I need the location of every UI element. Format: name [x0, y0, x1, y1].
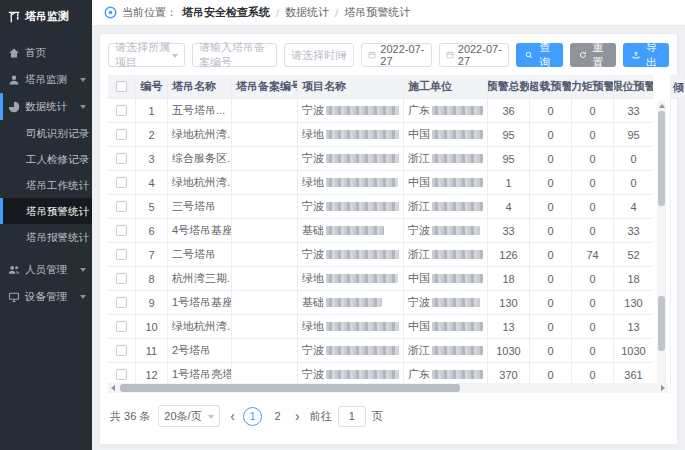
cell-num: 9	[136, 291, 168, 314]
scroll-up-icon[interactable]	[659, 104, 665, 108]
chevron-down-icon	[80, 268, 86, 272]
cell-project: 宁波	[298, 339, 404, 362]
cell-num: 10	[136, 315, 168, 338]
sidebar-item-stats[interactable]: 数据统计	[0, 93, 92, 120]
cell-num: 7	[136, 243, 168, 266]
cell-overload: 0	[530, 339, 572, 362]
cell-reg-code	[232, 315, 298, 338]
chevron-down-icon	[341, 54, 347, 58]
pagination: 共 36 条 20条/页 ‹ 1 2 › 前往 1 页	[108, 393, 669, 427]
project-prefix: 基础	[302, 295, 324, 310]
breadcrumb-section[interactable]: 数据统计	[285, 5, 329, 20]
sidebar-item-label: 首页	[25, 46, 46, 60]
horizontal-scrollbar[interactable]	[108, 383, 668, 393]
row-checkbox[interactable]	[116, 321, 127, 332]
home-icon	[8, 47, 20, 59]
sidebar-subitem-worker-records[interactable]: 工人检修记录	[0, 146, 92, 172]
cell-overload: 0	[530, 99, 572, 122]
cell-total-warnings: 13	[488, 315, 530, 338]
row-checkbox[interactable]	[116, 225, 127, 236]
cell-overload: 0	[530, 267, 572, 290]
chevron-down-icon	[172, 54, 178, 58]
page-button-1[interactable]: 1	[243, 407, 262, 426]
row-checkbox[interactable]	[116, 249, 127, 260]
export-button[interactable]: 导出	[623, 43, 669, 67]
table-row: 6 4号塔吊基座 基础 宁波 33 0 0 33	[108, 219, 653, 243]
start-date-input[interactable]: 2022-07-27	[361, 43, 431, 67]
row-checkbox[interactable]	[116, 369, 127, 380]
row-checkbox[interactable]	[116, 153, 127, 164]
cell-reg-code	[232, 147, 298, 170]
vertical-scrollbar[interactable]	[657, 101, 666, 393]
page-button-2[interactable]: 2	[268, 407, 287, 426]
cell-crane-name: 综合服务区...	[168, 147, 232, 170]
cell-project: 基础	[298, 291, 404, 314]
select-all-cell	[108, 75, 136, 98]
cell-total-warnings: 95	[488, 147, 530, 170]
sidebar-subitem-work-stats[interactable]: 塔吊工作统计	[0, 172, 92, 198]
censored-text	[326, 202, 399, 211]
sidebar-subitem-alarm-stats[interactable]: 塔吊报警统计	[0, 224, 92, 250]
chevron-down-icon	[208, 415, 214, 419]
crane-code-input[interactable]: 请输入塔吊备案编号	[192, 43, 277, 67]
cell-reg-code	[232, 195, 298, 218]
sidebar-item-device[interactable]: 设备管理	[0, 283, 92, 310]
cell-limit: 0	[614, 171, 653, 194]
sidebar-item-home[interactable]: 首页	[0, 39, 92, 66]
cell-reg-code	[232, 243, 298, 266]
goto-suffix: 页	[372, 409, 383, 424]
column-header-limit: 限位预警	[614, 75, 653, 98]
breadcrumb-separator: /	[276, 7, 279, 19]
row-checkbox[interactable]	[116, 345, 127, 356]
sidebar: 塔吊监测 首页 塔吊监测 数据统计 司机识别记录 工人检修记录 塔吊工作统计 塔…	[0, 0, 92, 450]
sidebar-item-monitor[interactable]: 塔吊监测	[0, 66, 92, 93]
vertical-scrollbar-thumb[interactable]	[658, 111, 665, 206]
unit-prefix: 广东	[408, 367, 430, 382]
scroll-left-icon[interactable]	[111, 385, 115, 391]
row-checkbox[interactable]	[116, 129, 127, 140]
censored-text	[326, 154, 399, 163]
end-date-input[interactable]: 2022-07-27	[439, 43, 509, 67]
row-checkbox[interactable]	[116, 297, 127, 308]
reset-button[interactable]: 重置	[570, 43, 616, 67]
calendar-icon	[446, 50, 454, 60]
sidebar-subitem-driver-records[interactable]: 司机识别记录	[0, 120, 92, 146]
cell-limit: 52	[614, 243, 653, 266]
breadcrumb-system[interactable]: 塔吊安全检查系统	[182, 5, 270, 20]
horizontal-scrollbar-thumb[interactable]	[120, 384, 460, 392]
chevron-down-icon	[80, 105, 86, 109]
sidebar-subitem-warning-stats[interactable]: 塔吊预警统计	[0, 198, 92, 224]
row-checkbox[interactable]	[116, 177, 127, 188]
cell-project: 宁波	[298, 147, 404, 170]
project-prefix: 宁波	[302, 199, 324, 214]
cell-overload: 0	[530, 243, 572, 266]
censored-text	[326, 322, 399, 331]
cell-crane-name: 绿地杭州湾...	[168, 171, 232, 194]
cell-reg-code	[232, 339, 298, 362]
censored-text	[326, 274, 398, 283]
cell-num: 4	[136, 171, 168, 194]
project-select[interactable]: 请选择所属项目	[108, 43, 185, 67]
goto-page-input[interactable]: 1	[338, 406, 366, 427]
select-all-checkbox[interactable]	[116, 81, 127, 92]
cell-num: 3	[136, 147, 168, 170]
prev-page-button[interactable]: ‹	[228, 407, 237, 425]
row-checkbox[interactable]	[116, 201, 127, 212]
sidebar-item-label: 塔吊监测	[25, 73, 67, 87]
time-select[interactable]: 请选择时间	[284, 43, 354, 67]
page-size-select[interactable]: 20条/页	[158, 405, 220, 427]
row-checkbox[interactable]	[116, 105, 127, 116]
unit-prefix: 宁波	[408, 295, 430, 310]
censored-text	[432, 298, 480, 307]
scroll-right-icon[interactable]	[661, 385, 665, 391]
row-checkbox[interactable]	[116, 273, 127, 284]
cell-crane-name: 三号塔吊	[168, 195, 232, 218]
next-page-button[interactable]: ›	[293, 407, 302, 425]
filter-bar: 请选择所属项目 请输入塔吊备案编号 请选择时间 2022-07-27	[108, 40, 669, 75]
unit-prefix: 浙江	[408, 199, 430, 214]
sidebar-item-people[interactable]: 人员管理	[0, 256, 92, 283]
cell-overload: 0	[530, 195, 572, 218]
censored-text	[432, 322, 483, 331]
search-button[interactable]: 查询	[516, 43, 562, 67]
cell-reg-code	[232, 123, 298, 146]
